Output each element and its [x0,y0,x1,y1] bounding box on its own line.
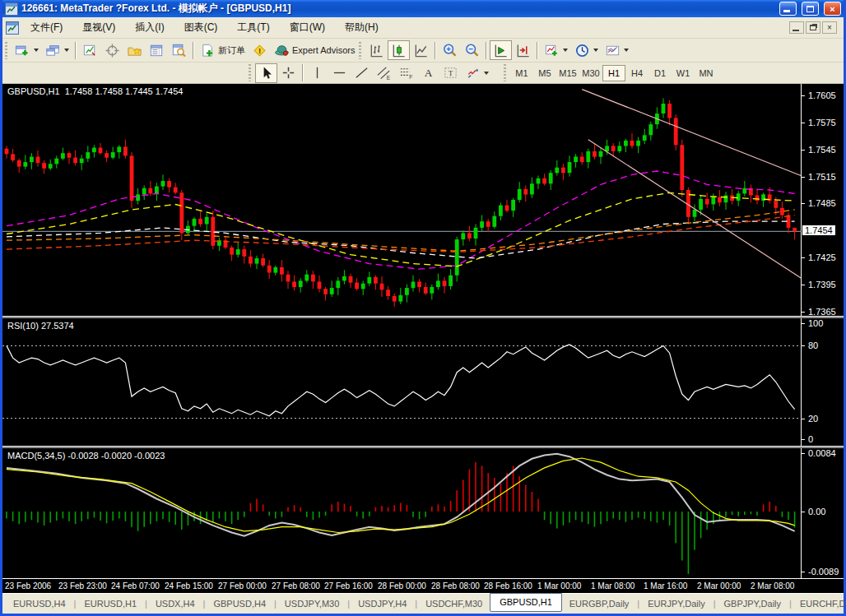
chart-tab-eurusd-h1[interactable]: EURUSD,H1 [77,596,144,611]
chart-workspace[interactable]: GBPUSD,H1 1.7458 1.7458 1.7445 1.7454 1.… [2,84,844,614]
bar-chart-button[interactable] [365,40,388,60]
rsi-pane[interactable]: RSI(10) 27.5374 [2,318,802,446]
chart-tab-usdjpy-m30[interactable]: USDJPY,M30 [277,596,346,611]
toolbar-drag-handle[interactable] [504,64,508,81]
timeframe-button-h4[interactable]: H4 [625,65,648,81]
main-chart-canvas[interactable] [2,84,802,316]
auto-scroll-button[interactable] [490,40,512,60]
mdi-minimize-button[interactable] [789,21,804,34]
macd-scale[interactable]: 0.00840.00-0.0089 [802,448,844,578]
rsi-scale[interactable]: 10080200 [802,318,844,446]
menu-item-5[interactable]: 窗口(W) [280,18,335,37]
minimize-button[interactable] [779,2,797,16]
timeframe-button-m1[interactable]: M1 [510,65,533,81]
chart-tab-gbpusd-h4[interactable]: GBPUSD,H4 [206,596,273,611]
chart-tab-eurgbp-daily[interactable]: EURGBP,Daily [562,596,637,611]
chart-shift-button[interactable] [512,40,534,60]
trendline-icon [354,65,370,81]
price-tick: 1.7575 [802,118,836,127]
trendline-button[interactable] [351,63,373,83]
periods-button[interactable] [571,40,602,60]
time-axis-label: 27 Feb 00:00 [218,581,267,591]
market-watch-icon [149,43,165,58]
chart-tab-gbpusd-h1[interactable]: GBPUSD,H1 [490,593,562,612]
market-watch-button[interactable] [146,40,168,60]
toolbar-drag-handle[interactable] [249,64,253,81]
templates-button[interactable] [602,40,632,60]
menu-item-4[interactable]: 工具(T) [227,18,279,37]
horizontal-line-button[interactable] [328,63,351,83]
menu-item-1[interactable]: 显视(V) [72,18,125,37]
text-button[interactable]: A [417,63,439,83]
drawing-toolbar: EFATM1M5M15M30H1H4D1W1MN [2,63,844,84]
time-axis-label: 2 Mar 00:00 [697,581,741,591]
zoom-out-icon [464,43,480,58]
ma-red [7,215,795,252]
channel-button[interactable]: E [373,63,395,83]
fibonacci-button[interactable]: F [395,63,417,83]
mdi-restore-button[interactable] [806,21,820,34]
arrows-button[interactable] [462,63,492,83]
new-chart-button[interactable] [12,40,42,60]
metaeditor-button[interactable]: ! [249,40,271,60]
ma-white [7,221,795,258]
time-axis[interactable]: 23 Feb 200623 Feb 23:0024 Feb 07:0024 Fe… [2,578,844,593]
price-tick: 1.7485 [802,198,836,208]
title-bar[interactable]: 126661: MetaTrader ?Forex Ltd. - 模拟帐户 - … [2,0,844,17]
price-chart-pane[interactable]: GBPUSD,H1 1.7458 1.7458 1.7445 1.7454 [2,84,802,316]
timeframe-button-m15[interactable]: M15 [556,65,579,81]
new-order-button[interactable]: 新订单 [197,40,249,60]
chart-tab-eurchf-daily[interactable]: EURCHF,Daily [793,596,846,611]
cursor-tool-button[interactable] [255,63,277,83]
svg-text:A: A [425,67,433,79]
menu-item-0[interactable]: 文件(F) [21,18,72,37]
vertical-line-button[interactable] [306,63,328,83]
expert-advisors-button[interactable]: Expert Advisors [271,40,358,60]
mdi-close-button[interactable]: × [822,21,837,34]
chart-tab-gbpjpy-daily[interactable]: GBPJPY,Daily [717,596,789,611]
timeframe-button-m30[interactable]: M30 [579,65,602,81]
maximize-button[interactable] [802,2,819,16]
timeframe-button-h1[interactable]: H1 [602,65,625,81]
toolbar-drag-handle[interactable] [359,42,363,59]
chart-tab-eurjpy-daily[interactable]: EURJPY,Daily [640,596,713,611]
zoom-out-button[interactable] [461,40,483,60]
time-axis-label: 24 Feb 15:00 [165,581,213,591]
chart-tab-usdchf-m30[interactable]: USDCHF,M30 [418,596,490,611]
line-chart-button[interactable] [410,40,432,60]
time-axis-label: 2 Mar 08:00 [751,581,794,591]
close-button[interactable]: × [824,2,841,16]
rsi-label: RSI(10) 27.5374 [7,321,74,331]
indicators-button[interactable] [541,40,571,60]
price-tick: 1.7365 [802,307,836,317]
favorites-button[interactable] [123,40,146,60]
timeframe-button-w1[interactable]: W1 [672,65,695,81]
timeframe-button-m5[interactable]: M5 [533,65,556,81]
candlestick-chart-button[interactable] [388,40,410,60]
timeframe-button-d1[interactable]: D1 [648,65,672,81]
macd-pane[interactable]: MACD(5,34,5) -0.0028 -0.0020 -0.0023 [2,448,802,578]
profiles-button[interactable] [42,40,72,60]
chart-plus-icon [15,43,30,58]
rsi-canvas[interactable] [2,318,802,446]
menu-item-6[interactable]: 帮助(H) [335,18,388,37]
text-label-button[interactable]: T [439,63,462,83]
chart-tab-eurusd-h4[interactable]: EURUSD,H4 [6,596,73,611]
chart-tab-usdx-h4[interactable]: USDX,H4 [148,596,202,611]
crosshair-tool-button[interactable] [277,63,300,83]
navigator-button[interactable] [168,40,190,60]
favorites-star-icon [127,43,142,58]
crosshair-window-button[interactable] [101,40,123,60]
macd-canvas[interactable] [2,448,802,578]
price-scale[interactable]: 1.76051.75751.75451.75151.74851.74251.73… [802,84,844,316]
chart-tab-usdjpy-h4[interactable]: USDJPY,H4 [351,596,414,611]
time-axis-label: 28 Feb 08:00 [431,581,480,591]
toolbar-drag-handle[interactable] [5,42,9,59]
expert-advisors-icon [274,43,290,58]
toolbar-separator [537,42,538,59]
tick-chart-button[interactable] [79,40,101,60]
zoom-in-button[interactable] [439,40,461,60]
timeframe-button-mn[interactable]: MN [695,65,718,81]
menu-item-2[interactable]: 插入(I) [125,18,174,37]
menu-item-3[interactable]: 图表(C) [174,18,228,37]
